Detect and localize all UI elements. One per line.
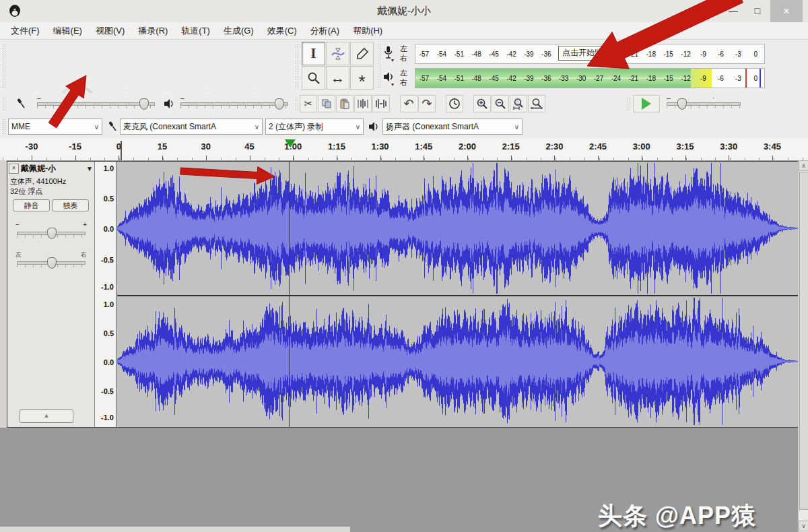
scroll-up-button[interactable]: ∧ xyxy=(799,160,808,171)
amplitude-label: 0.0 xyxy=(104,358,114,366)
copy-button[interactable] xyxy=(318,95,335,112)
output-device-select[interactable]: 扬声器 (Conexant SmartA ∨ xyxy=(382,119,523,135)
fit-project-icon xyxy=(531,98,543,110)
timeline-play-marker[interactable] xyxy=(285,139,296,147)
amplitude-label: 0.5 xyxy=(104,195,114,203)
timeline-ruler[interactable]: -30-1501530451:001:151:301:452:002:152:3… xyxy=(0,139,808,161)
menu-item-effect[interactable]: 效果(C) xyxy=(261,23,304,39)
record-meter-right-label: 右 xyxy=(400,53,407,63)
zoom-in-button[interactable] xyxy=(473,95,491,112)
timeline-label: 3:30 xyxy=(720,141,737,152)
monitoring-tooltip[interactable]: 点击开始监视 xyxy=(558,46,615,61)
waveform-channel-right[interactable] xyxy=(117,296,798,426)
paste-button[interactable] xyxy=(336,95,354,112)
time-shift-tool-button[interactable]: ↔ xyxy=(326,66,349,90)
vertical-scroll-thumb[interactable] xyxy=(799,172,808,510)
mute-button[interactable]: 静音 xyxy=(13,199,50,211)
playback-meter[interactable]: ▾ 左 右 -57-54-51-48-45-42-39-36-33-30-27-… xyxy=(381,67,766,90)
timeline-major-tick xyxy=(250,156,250,160)
output-device-value: 扬声器 (Conexant SmartA xyxy=(386,121,479,133)
menu-item-view[interactable]: 视图(V) xyxy=(89,23,131,39)
menu-item-edit[interactable]: 编辑(E) xyxy=(46,23,89,39)
toolbar-grip[interactable] xyxy=(295,97,299,110)
recording-meter[interactable]: ▾ 左 右 -57-54-51-48-45-42-39-36-33-30-27-… xyxy=(381,42,766,65)
input-device-select[interactable]: 麦克风 (Conexant SmartA ∨ xyxy=(120,119,263,135)
maximize-button[interactable]: □ xyxy=(746,0,769,22)
selection-tool-button[interactable]: I xyxy=(302,42,325,65)
amplitude-ruler[interactable]: 1.00.50.0-0.5-1.01.00.50.0-0.5-1.0 xyxy=(95,162,116,427)
close-button[interactable]: × xyxy=(770,0,803,22)
playback-speed-slider[interactable]: – · xyxy=(667,97,741,109)
silence-audio-button[interactable] xyxy=(372,95,390,112)
menu-item-tracks[interactable]: 轨道(T) xyxy=(174,23,217,39)
dropdown-arrow-icon[interactable]: ▾ xyxy=(391,81,394,88)
draw-tool-button[interactable] xyxy=(350,42,374,65)
timeline-label: -15 xyxy=(69,141,81,152)
db-tick-label: -45 xyxy=(485,75,503,82)
timeline-cursor xyxy=(121,141,122,160)
input-channels-value: 2 (立体声) 录制 xyxy=(269,121,323,133)
asterisk-icon: * xyxy=(358,71,365,85)
redo-button[interactable]: ↷ xyxy=(418,95,436,112)
menu-item-help[interactable]: 帮助(H) xyxy=(346,23,389,39)
track-control-panel: × 戴佩妮-小 ▼ 立体声, 44100Hz 32位 浮点 静音 独奏 − + xyxy=(7,162,95,427)
amplitude-label: -1.0 xyxy=(101,283,114,291)
toolbar-grip[interactable] xyxy=(2,119,6,135)
play-at-speed-icon xyxy=(642,98,651,110)
scroll-down-button[interactable]: ∨ xyxy=(799,521,808,531)
play-at-speed-button[interactable] xyxy=(633,95,660,112)
timeline-major-tick xyxy=(511,156,512,160)
fit-project-button[interactable] xyxy=(528,95,545,112)
track-format-line1: 立体声, 44100Hz xyxy=(10,176,66,187)
edit-cursor xyxy=(289,162,290,427)
track-close-button[interactable]: × xyxy=(9,164,19,174)
minimize-button[interactable]: — xyxy=(722,0,745,22)
amplitude-label: -0.5 xyxy=(101,387,114,395)
vertical-scrollbar[interactable]: ∧ ∨ xyxy=(798,160,808,532)
audio-host-select[interactable]: MME ∨ xyxy=(8,119,102,135)
playback-meter-bar[interactable]: -57-54-51-48-45-42-39-36-33-30-27-24-21-… xyxy=(415,68,765,88)
trim-audio-button[interactable] xyxy=(354,95,372,112)
horizontal-scrollbar[interactable] xyxy=(0,527,350,532)
track-menu-arrow-icon[interactable]: ▼ xyxy=(86,165,93,172)
toolbar-grip[interactable] xyxy=(2,44,6,89)
multi-tool-button[interactable]: * xyxy=(350,66,374,90)
undo-button[interactable]: ↶ xyxy=(400,95,417,112)
input-volume-slider[interactable]: – xyxy=(37,97,155,109)
timeline-major-tick xyxy=(729,156,729,160)
fit-selection-button[interactable] xyxy=(510,95,527,112)
db-tick-label: -12 xyxy=(677,75,695,82)
zoom-out-button[interactable] xyxy=(492,95,509,112)
silence-icon xyxy=(375,98,387,109)
copy-icon xyxy=(321,98,332,109)
fit-selection-icon xyxy=(512,98,525,110)
record-meter-bar[interactable]: -57-54-51-48-45-42-39-36-33-30-27-24-21-… xyxy=(415,44,765,64)
zoom-tool-button[interactable] xyxy=(302,66,325,90)
double-arrow-icon: ↔ xyxy=(331,70,345,86)
toolbar-grip[interactable] xyxy=(295,44,299,89)
waveform-channel-left[interactable] xyxy=(117,162,798,295)
solo-button[interactable]: 独奏 xyxy=(52,199,89,211)
chevron-down-icon: ∨ xyxy=(353,123,360,131)
mixer-mic-icon xyxy=(13,96,30,112)
cut-button[interactable]: ✂ xyxy=(300,95,317,112)
zoom-out-icon xyxy=(494,98,506,110)
track-collapse-button[interactable]: ▲ xyxy=(20,409,73,423)
redo-icon: ↷ xyxy=(422,96,432,111)
menu-item-analyze[interactable]: 分析(A) xyxy=(304,23,346,39)
menu-item-generate[interactable]: 生成(G) xyxy=(217,23,261,39)
output-volume-slider[interactable]: – xyxy=(180,97,288,109)
input-channels-select[interactable]: 2 (立体声) 录制 ∨ xyxy=(265,119,364,135)
envelope-tool-button[interactable] xyxy=(326,42,349,65)
amplitude-label: 0.5 xyxy=(104,329,114,337)
db-tick-label: -51 xyxy=(450,75,468,82)
sync-lock-button[interactable] xyxy=(446,95,463,112)
track-name[interactable]: 戴佩妮-小 xyxy=(21,163,56,174)
dropdown-arrow-icon[interactable]: ▾ xyxy=(391,57,394,63)
menu-item-transport[interactable]: 播录(R) xyxy=(131,23,174,39)
chevron-down-icon: ∨ xyxy=(512,123,519,131)
timeline-label: 2:00 xyxy=(459,141,476,152)
toolbar-grip[interactable] xyxy=(2,97,6,110)
toolbar-grip[interactable] xyxy=(626,97,630,110)
menu-item-file[interactable]: 文件(F) xyxy=(4,23,46,39)
